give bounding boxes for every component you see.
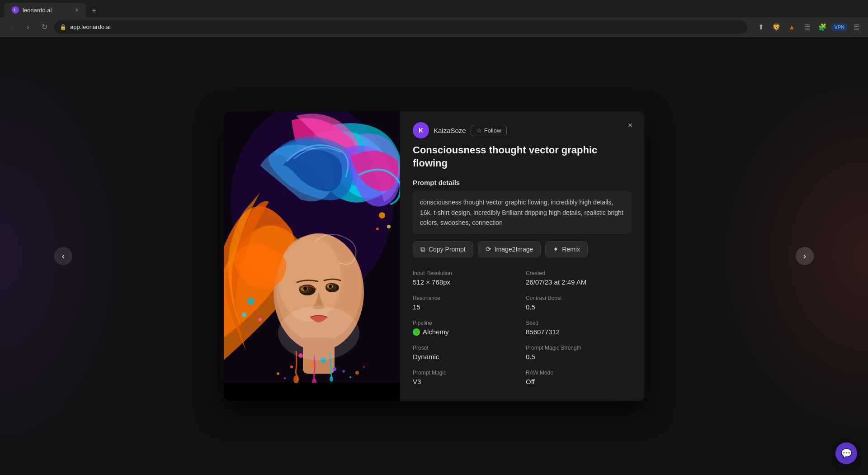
contrast-boost-item: Contrast Boost 0.5: [526, 295, 632, 311]
copy-prompt-label: Copy Prompt: [429, 246, 466, 253]
resonance-value: 15: [413, 303, 519, 311]
svg-point-26: [355, 371, 359, 375]
toolbar-right: ⬆ 🦁 ▲ ☰ 🧩 VPN ☰: [755, 21, 863, 33]
svg-point-15: [310, 363, 314, 366]
input-resolution-label: Input Resolution: [413, 270, 519, 276]
modal-close-button[interactable]: ×: [623, 119, 637, 132]
remix-label: Remix: [562, 246, 580, 253]
extensions-button[interactable]: 🧩: [816, 21, 829, 33]
wallet-button[interactable]: ☰: [801, 21, 813, 33]
copy-icon: ⧉: [420, 245, 425, 253]
input-resolution-value: 512 × 768px: [413, 278, 519, 286]
svg-point-29: [242, 313, 246, 317]
prev-image-button[interactable]: ‹: [54, 247, 72, 265]
tab-close-button[interactable]: ×: [75, 6, 79, 14]
share-button[interactable]: ⬆: [755, 21, 767, 33]
copy-prompt-button[interactable]: ⧉ Copy Prompt: [413, 241, 473, 257]
bg-glow-right: [687, 37, 868, 475]
svg-point-33: [387, 225, 391, 228]
pipeline-item: Pipeline 🌿 Alchemy: [413, 320, 519, 336]
prompt-text-box: consciousness thought vector graphic flo…: [413, 191, 632, 234]
svg-point-24: [342, 370, 345, 373]
resonance-label: Resonance: [413, 295, 519, 301]
input-resolution-item: Input Resolution 512 × 768px: [413, 270, 519, 286]
lock-icon: 🔒: [60, 24, 66, 30]
remix-button[interactable]: ✦ Remix: [545, 241, 588, 257]
back-button[interactable]: ‹: [5, 21, 18, 33]
prompt-section-label: Prompt details: [413, 179, 632, 186]
contrast-boost-value: 0.5: [526, 303, 632, 311]
svg-point-32: [379, 212, 385, 218]
prompt-magic-strength-label: Prompt Magic Strength: [526, 345, 632, 351]
pipeline-value: 🌿 Alchemy: [413, 328, 519, 336]
remix-icon: ✦: [553, 245, 559, 253]
user-row: K KaizaSoze ☆ Follow: [413, 122, 632, 138]
image2image-icon: ⟳: [486, 245, 491, 253]
svg-point-13: [329, 285, 332, 288]
raw-mode-label: RAW Mode: [526, 370, 632, 376]
seed-item: Seed 856077312: [526, 320, 632, 336]
prompt-magic-strength-item: Prompt Magic Strength 0.5: [526, 345, 632, 361]
preset-value: Dynamic: [413, 353, 519, 361]
svg-point-23: [284, 377, 286, 379]
brave-shield-button[interactable]: 🦁: [770, 21, 783, 33]
forward-button[interactable]: ›: [22, 21, 34, 33]
resonance-item: Resonance 15: [413, 295, 519, 311]
svg-point-17: [333, 367, 336, 371]
svg-point-35: [278, 306, 359, 360]
modal-details-panel: × K KaizaSoze ☆ Follow Consciousness tho…: [400, 111, 644, 401]
follow-star-icon: ☆: [476, 127, 482, 134]
pipeline-label: Pipeline: [413, 320, 519, 326]
url-text: app.leonardo.ai: [70, 24, 111, 30]
svg-point-34: [376, 228, 379, 230]
prompt-text: consciousness thought vector graphic flo…: [420, 199, 623, 226]
svg-point-18: [290, 366, 293, 368]
contrast-boost-label: Contrast Boost: [526, 295, 632, 301]
action-buttons-row: ⧉ Copy Prompt ⟳ Image2Image ✦ Remix: [413, 241, 632, 257]
tab-title: leonardo.ai: [23, 7, 52, 14]
prompt-magic-item: Prompt Magic V3: [413, 370, 519, 385]
next-image-button[interactable]: ›: [796, 247, 814, 265]
vpn-badge[interactable]: VPN: [831, 24, 847, 31]
chat-bubble-button[interactable]: 💬: [835, 442, 857, 464]
image-title: Consciousness thought vector graphic flo…: [413, 144, 632, 170]
svg-point-28: [247, 298, 255, 305]
brave-rewards-button[interactable]: ▲: [785, 21, 798, 33]
follow-button[interactable]: ☆ Follow: [471, 125, 507, 136]
chat-icon: 💬: [841, 448, 852, 459]
reload-button[interactable]: ↻: [38, 21, 51, 33]
browser-toolbar: ‹ › ↻ 🔒 app.leonardo.ai ⬆ 🦁 ▲ ☰ 🧩 VPN ☰: [0, 17, 868, 37]
svg-point-25: [349, 376, 351, 378]
details-grid: Input Resolution 512 × 768px Created 26/…: [413, 270, 632, 385]
browser-frame: L leonardo.ai × + ‹ › ↻ 🔒 app.leonardo.a…: [0, 0, 868, 475]
prompt-magic-strength-value: 0.5: [526, 353, 632, 361]
artwork-image: [224, 111, 400, 383]
svg-point-27: [363, 366, 365, 368]
image2image-label: Image2Image: [495, 246, 533, 253]
prompt-magic-label: Prompt Magic: [413, 370, 519, 376]
page-content: ‹ ›: [0, 37, 868, 475]
raw-mode-item: RAW Mode Off: [526, 370, 632, 385]
created-label: Created: [526, 270, 632, 276]
image-detail-modal: × K KaizaSoze ☆ Follow Consciousness tho…: [224, 111, 644, 401]
address-bar[interactable]: 🔒 app.leonardo.ai: [54, 20, 747, 34]
svg-point-31: [247, 327, 250, 330]
svg-point-21: [330, 376, 333, 382]
username: KaizaSoze: [434, 127, 466, 134]
created-value: 26/07/23 at 2:49 AM: [526, 278, 632, 286]
tab-favicon: L: [12, 6, 19, 14]
seed-label: Seed: [526, 320, 632, 326]
modal-image-panel: [224, 111, 400, 401]
preset-item: Preset Dynamic: [413, 345, 519, 361]
menu-button[interactable]: ☰: [850, 21, 863, 33]
active-tab[interactable]: L leonardo.ai ×: [5, 3, 86, 17]
new-tab-button[interactable]: +: [88, 5, 100, 17]
created-item: Created 26/07/23 at 2:49 AM: [526, 270, 632, 286]
prompt-magic-value: V3: [413, 378, 519, 385]
tab-bar: L leonardo.ai × +: [0, 0, 868, 17]
svg-point-30: [258, 318, 262, 321]
seed-value: 856077312: [526, 328, 632, 336]
svg-point-22: [277, 372, 279, 375]
image2image-button[interactable]: ⟳ Image2Image: [478, 241, 541, 257]
follow-label: Follow: [484, 127, 501, 134]
